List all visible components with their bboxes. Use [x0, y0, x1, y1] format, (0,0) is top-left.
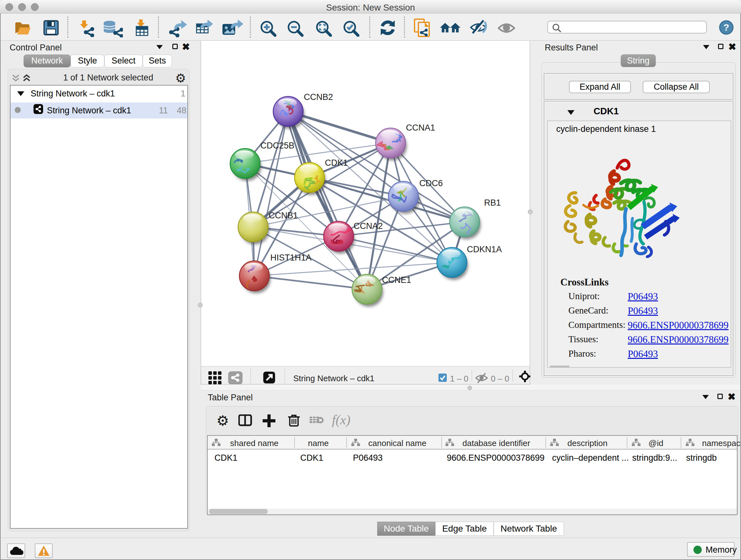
svg-text:CCNB2: CCNB2: [304, 92, 333, 102]
svg-text:RB1: RB1: [484, 198, 501, 207]
svg-text:⚙: ⚙: [216, 414, 229, 428]
svg-text:?: ?: [724, 22, 729, 33]
svg-text:CCNB1: CCNB1: [269, 211, 298, 220]
svg-text:CDKN1A: CDKN1A: [467, 245, 502, 254]
svg-text:CDK1: CDK1: [325, 158, 348, 168]
svg-text:CDC6: CDC6: [419, 179, 443, 188]
svg-text:CCNA2: CCNA2: [354, 221, 383, 231]
svg-text:HIST1H1A: HIST1H1A: [270, 253, 312, 262]
svg-text:CDC25B: CDC25B: [260, 141, 294, 150]
svg-text:CCNA1: CCNA1: [406, 123, 435, 132]
svg-text:CCNE1: CCNE1: [382, 275, 411, 285]
